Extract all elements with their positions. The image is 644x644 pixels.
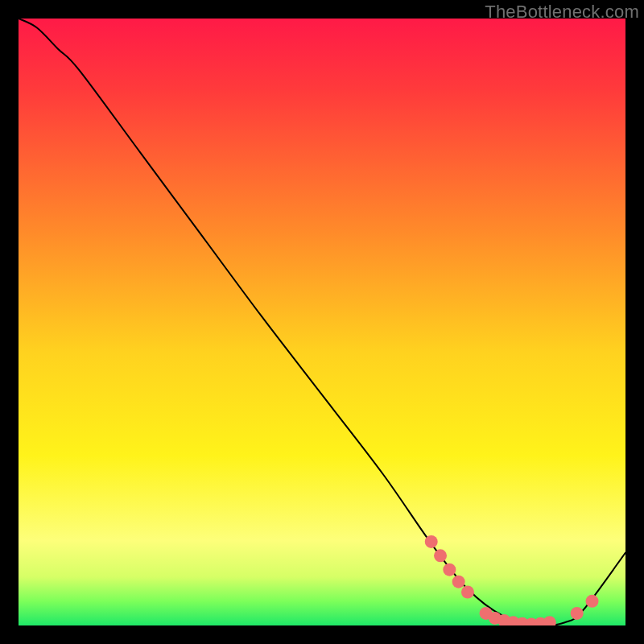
data-marker [461,586,474,599]
plot-area [19,19,625,625]
data-marker [586,595,599,608]
data-marker [571,607,584,620]
data-marker [425,535,438,548]
data-marker [452,576,465,588]
attribution-text: TheBottleneck.com [485,2,639,23]
chart-svg [19,19,625,625]
data-marker [434,549,447,562]
data-marker [443,564,456,576]
chart-frame: TheBottleneck.com [0,0,644,644]
